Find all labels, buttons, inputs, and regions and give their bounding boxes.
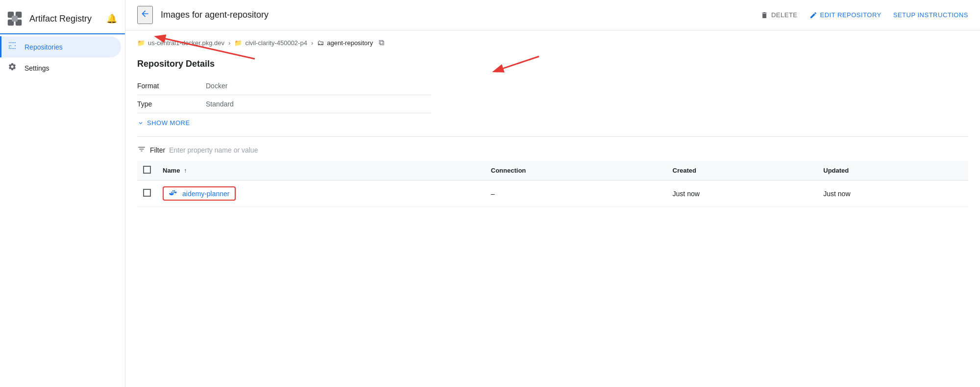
header-checkbox[interactable] bbox=[143, 166, 151, 174]
sidebar-header: Artifact Registry 🔔 bbox=[0, 4, 125, 33]
notifications-icon[interactable]: 🔔 bbox=[106, 13, 117, 24]
delete-label: DELETE bbox=[771, 11, 798, 19]
breadcrumb: 📁 us-central1-docker.pkg.dev › 📁 civil-c… bbox=[137, 38, 968, 47]
row-name-cell: aidemy-planner bbox=[157, 181, 485, 207]
type-label: Type bbox=[137, 95, 206, 113]
svg-rect-4 bbox=[12, 16, 18, 22]
edit-repository-label: EDIT REPOSITORY bbox=[820, 11, 882, 19]
images-table: Name ↑ Connection Created Updated bbox=[137, 161, 968, 207]
sidebar-item-settings[interactable]: Settings bbox=[0, 57, 125, 78]
name-header-label: Name bbox=[163, 167, 180, 174]
app-title: Artifact Registry bbox=[29, 14, 100, 24]
settings-icon bbox=[8, 62, 17, 74]
filter-placeholder: Enter property name or value bbox=[169, 146, 258, 154]
show-more-button[interactable]: SHOW MORE bbox=[137, 119, 190, 127]
folder-icon-2: 📁 bbox=[234, 39, 242, 47]
breadcrumb-sep-1: › bbox=[228, 39, 230, 47]
row-created-cell: Just now bbox=[667, 181, 818, 207]
folder-icon-1: 📁 bbox=[137, 39, 145, 47]
repositories-icon bbox=[8, 41, 17, 52]
format-value: Docker bbox=[206, 77, 431, 95]
breadcrumb-sep-2: › bbox=[311, 39, 313, 47]
folder-icon-3: 🗂 bbox=[317, 39, 324, 47]
row-updated-cell: Just now bbox=[817, 181, 968, 207]
main-body: 📁 us-central1-docker.pkg.dev › 📁 civil-c… bbox=[125, 30, 980, 387]
docker-whale-icon bbox=[169, 189, 178, 198]
image-name-link[interactable]: aidemy-planner bbox=[182, 190, 230, 198]
repositories-label: Repositories bbox=[24, 43, 63, 51]
table-header-checkbox bbox=[137, 161, 157, 181]
row-checkbox[interactable] bbox=[143, 189, 151, 197]
sidebar: Artifact Registry 🔔 Repositories bbox=[0, 0, 125, 387]
filter-label: Filter bbox=[150, 146, 165, 154]
page-title: Images for agent-repository bbox=[161, 10, 753, 20]
header-actions: DELETE EDIT REPOSITORY SETUP INSTRUCTION… bbox=[760, 11, 968, 19]
setup-instructions-label: SETUP INSTRUCTIONS bbox=[893, 11, 968, 19]
breadcrumb-repo-label: agent-repository bbox=[327, 39, 373, 47]
repository-details-table: Format Docker Type Standard bbox=[137, 77, 431, 113]
sidebar-nav: Repositories Settings bbox=[0, 34, 125, 80]
filter-row: Filter Enter property name or value bbox=[137, 145, 968, 155]
table-header-created: Created bbox=[667, 161, 818, 181]
edit-repository-button[interactable]: EDIT REPOSITORY bbox=[809, 11, 882, 19]
filter-icon bbox=[137, 145, 146, 155]
show-more-label: SHOW MORE bbox=[147, 119, 190, 127]
breadcrumb-project-label: civil-clarity-450002-p4 bbox=[245, 39, 307, 47]
breadcrumb-registry-label: us-central1-docker.pkg.dev bbox=[148, 39, 224, 47]
sidebar-item-repositories[interactable]: Repositories bbox=[0, 36, 125, 57]
table-row: aidemy-planner – Just now Just now bbox=[137, 181, 968, 207]
table-header-updated: Updated bbox=[817, 161, 968, 181]
repository-details-title: Repository Details bbox=[137, 59, 968, 69]
table-header-name: Name ↑ bbox=[157, 161, 485, 181]
details-row-type: Type Standard bbox=[137, 95, 431, 113]
settings-label: Settings bbox=[24, 64, 49, 72]
section-divider bbox=[137, 136, 968, 137]
app-logo bbox=[6, 10, 24, 27]
breadcrumb-item-repo[interactable]: 🗂 agent-repository bbox=[317, 39, 373, 47]
table-header-connection: Connection bbox=[485, 161, 667, 181]
table-header-row: Name ↑ Connection Created Updated bbox=[137, 161, 968, 181]
delete-button[interactable]: DELETE bbox=[760, 11, 798, 19]
breadcrumb-item-registry[interactable]: 📁 us-central1-docker.pkg.dev bbox=[137, 39, 224, 47]
copy-button[interactable]: ⧉ bbox=[377, 38, 386, 47]
row-checkbox-cell bbox=[137, 181, 157, 207]
sort-arrow-icon[interactable]: ↑ bbox=[184, 167, 187, 174]
back-button[interactable] bbox=[137, 6, 153, 24]
main-header: Images for agent-repository DELETE EDIT … bbox=[125, 0, 980, 30]
details-row-format: Format Docker bbox=[137, 77, 431, 95]
breadcrumb-item-project[interactable]: 📁 civil-clarity-450002-p4 bbox=[234, 39, 307, 47]
setup-instructions-button[interactable]: SETUP INSTRUCTIONS bbox=[893, 11, 968, 19]
row-connection-cell: – bbox=[485, 181, 667, 207]
format-label: Format bbox=[137, 77, 206, 95]
type-value: Standard bbox=[206, 95, 431, 113]
image-name-highlight: aidemy-planner bbox=[163, 186, 236, 201]
main-content: Images for agent-repository DELETE EDIT … bbox=[125, 0, 980, 387]
